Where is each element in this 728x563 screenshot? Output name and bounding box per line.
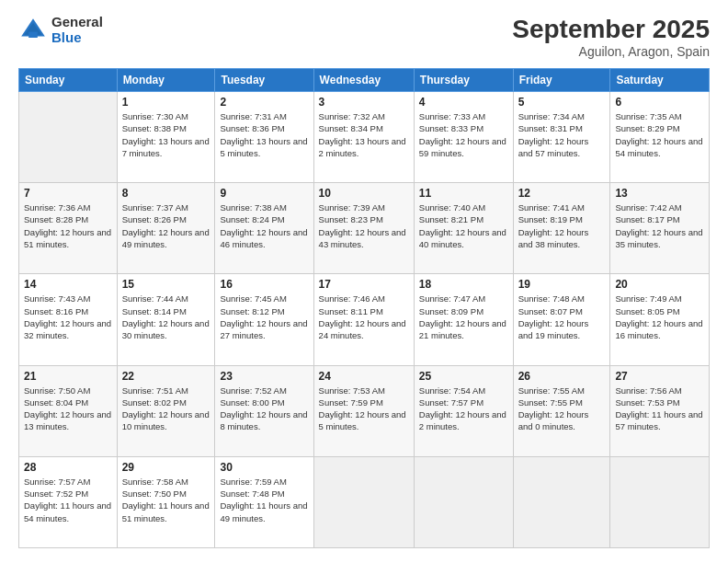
calendar-cell: 20Sunrise: 7:49 AMSunset: 8:05 PMDayligh… <box>610 274 710 365</box>
day-number: 7 <box>24 187 112 200</box>
day-info: Sunrise: 7:57 AMSunset: 7:52 PMDaylight:… <box>24 476 112 524</box>
calendar-cell: 12Sunrise: 7:41 AMSunset: 8:19 PMDayligh… <box>513 183 610 274</box>
calendar-cell: 2Sunrise: 7:31 AMSunset: 8:36 PMDaylight… <box>215 92 313 183</box>
calendar-cell: 23Sunrise: 7:52 AMSunset: 8:00 PMDayligh… <box>215 365 313 456</box>
day-number: 28 <box>24 461 112 474</box>
day-info: Sunrise: 7:38 AMSunset: 8:24 PMDaylight:… <box>220 201 308 250</box>
day-info: Sunrise: 7:31 AMSunset: 8:36 PMDaylight:… <box>220 110 308 159</box>
logo-text: General Blue <box>51 15 103 45</box>
calendar-cell: 1Sunrise: 7:30 AMSunset: 8:38 PMDaylight… <box>117 92 215 183</box>
day-number: 13 <box>615 187 704 200</box>
day-info: Sunrise: 7:50 AMSunset: 8:04 PMDaylight:… <box>24 385 112 433</box>
logo: General Blue <box>18 15 103 45</box>
day-info: Sunrise: 7:40 AMSunset: 8:21 PMDaylight:… <box>419 201 508 250</box>
calendar-cell: 26Sunrise: 7:55 AMSunset: 7:55 PMDayligh… <box>513 365 610 456</box>
calendar-cell: 8Sunrise: 7:37 AMSunset: 8:26 PMDaylight… <box>117 183 215 274</box>
day-info: Sunrise: 7:55 AMSunset: 7:55 PMDaylight:… <box>518 385 606 433</box>
day-info: Sunrise: 7:41 AMSunset: 8:19 PMDaylight:… <box>518 201 606 250</box>
calendar-cell: 22Sunrise: 7:51 AMSunset: 8:02 PMDayligh… <box>117 365 215 456</box>
day-info: Sunrise: 7:54 AMSunset: 7:57 PMDaylight:… <box>419 385 508 433</box>
day-info: Sunrise: 7:35 AMSunset: 8:29 PMDaylight:… <box>615 110 704 159</box>
day-number: 16 <box>220 278 308 291</box>
day-info: Sunrise: 7:44 AMSunset: 8:14 PMDaylight:… <box>122 293 210 341</box>
day-number: 20 <box>615 278 704 291</box>
logo-general: General <box>51 15 103 30</box>
calendar-cell: 15Sunrise: 7:44 AMSunset: 8:14 PMDayligh… <box>117 274 215 365</box>
calendar-cell: 16Sunrise: 7:45 AMSunset: 8:12 PMDayligh… <box>215 274 313 365</box>
day-number: 2 <box>220 96 308 109</box>
day-info: Sunrise: 7:30 AMSunset: 8:38 PMDaylight:… <box>122 110 210 159</box>
day-info: Sunrise: 7:43 AMSunset: 8:16 PMDaylight:… <box>24 293 112 341</box>
day-number: 29 <box>122 461 210 474</box>
title-block: September 2025 Aguilon, Aragon, Spain <box>512 15 710 59</box>
day-number: 27 <box>615 370 704 383</box>
day-number: 4 <box>419 96 508 109</box>
month-title: September 2025 <box>512 15 710 44</box>
day-number: 22 <box>122 370 210 383</box>
day-info: Sunrise: 7:58 AMSunset: 7:50 PMDaylight:… <box>122 476 210 524</box>
day-info: Sunrise: 7:32 AMSunset: 8:34 PMDaylight:… <box>319 110 409 159</box>
calendar-cell: 29Sunrise: 7:58 AMSunset: 7:50 PMDayligh… <box>117 456 215 547</box>
day-info: Sunrise: 7:52 AMSunset: 8:00 PMDaylight:… <box>220 385 308 433</box>
calendar-cell: 3Sunrise: 7:32 AMSunset: 8:34 PMDaylight… <box>313 92 414 183</box>
calendar-cell: 25Sunrise: 7:54 AMSunset: 7:57 PMDayligh… <box>414 365 513 456</box>
day-number: 30 <box>220 461 308 474</box>
calendar-cell: 27Sunrise: 7:56 AMSunset: 7:53 PMDayligh… <box>610 365 710 456</box>
calendar-cell: 18Sunrise: 7:47 AMSunset: 8:09 PMDayligh… <box>414 274 513 365</box>
calendar-cell: 17Sunrise: 7:46 AMSunset: 8:11 PMDayligh… <box>313 274 414 365</box>
header-tuesday: Tuesday <box>215 69 313 92</box>
day-info: Sunrise: 7:39 AMSunset: 8:23 PMDaylight:… <box>319 201 409 250</box>
day-info: Sunrise: 7:42 AMSunset: 8:17 PMDaylight:… <box>615 201 704 250</box>
calendar-cell: 24Sunrise: 7:53 AMSunset: 7:59 PMDayligh… <box>313 365 414 456</box>
calendar-cell: 9Sunrise: 7:38 AMSunset: 8:24 PMDaylight… <box>215 183 313 274</box>
week-row-4: 28Sunrise: 7:57 AMSunset: 7:52 PMDayligh… <box>19 456 710 547</box>
day-info: Sunrise: 7:37 AMSunset: 8:26 PMDaylight:… <box>122 201 210 250</box>
day-number: 19 <box>518 278 606 291</box>
day-info: Sunrise: 7:47 AMSunset: 8:09 PMDaylight:… <box>419 293 508 341</box>
day-info: Sunrise: 7:59 AMSunset: 7:48 PMDaylight:… <box>220 476 308 524</box>
week-row-2: 14Sunrise: 7:43 AMSunset: 8:16 PMDayligh… <box>19 274 710 365</box>
day-info: Sunrise: 7:51 AMSunset: 8:02 PMDaylight:… <box>122 385 210 433</box>
calendar-cell <box>19 92 118 183</box>
day-number: 21 <box>24 370 112 383</box>
header-saturday: Saturday <box>610 69 710 92</box>
day-info: Sunrise: 7:36 AMSunset: 8:28 PMDaylight:… <box>24 201 112 250</box>
calendar-cell <box>414 456 513 547</box>
day-number: 23 <box>220 370 308 383</box>
header-wednesday: Wednesday <box>313 69 414 92</box>
header-monday: Monday <box>117 69 215 92</box>
day-number: 8 <box>122 187 210 200</box>
day-number: 12 <box>518 187 606 200</box>
day-number: 9 <box>220 187 308 200</box>
logo-icon <box>18 16 48 45</box>
day-info: Sunrise: 7:45 AMSunset: 8:12 PMDaylight:… <box>220 293 308 341</box>
calendar-cell: 5Sunrise: 7:34 AMSunset: 8:31 PMDaylight… <box>513 92 610 183</box>
page: General Blue September 2025 Aguilon, Ara… <box>0 0 728 563</box>
header-row: Sunday Monday Tuesday Wednesday Thursday… <box>19 69 710 92</box>
week-row-3: 21Sunrise: 7:50 AMSunset: 8:04 PMDayligh… <box>19 365 710 456</box>
day-number: 1 <box>122 96 210 109</box>
calendar-cell: 28Sunrise: 7:57 AMSunset: 7:52 PMDayligh… <box>19 456 118 547</box>
calendar-cell: 30Sunrise: 7:59 AMSunset: 7:48 PMDayligh… <box>215 456 313 547</box>
day-number: 17 <box>319 278 409 291</box>
header-sunday: Sunday <box>19 69 118 92</box>
calendar-cell: 21Sunrise: 7:50 AMSunset: 8:04 PMDayligh… <box>19 365 118 456</box>
day-number: 15 <box>122 278 210 291</box>
day-number: 26 <box>518 370 606 383</box>
calendar-cell: 4Sunrise: 7:33 AMSunset: 8:33 PMDaylight… <box>414 92 513 183</box>
location: Aguilon, Aragon, Spain <box>512 44 710 59</box>
day-number: 6 <box>615 96 704 109</box>
day-info: Sunrise: 7:33 AMSunset: 8:33 PMDaylight:… <box>419 110 508 159</box>
header-friday: Friday <box>513 69 610 92</box>
calendar-table: Sunday Monday Tuesday Wednesday Thursday… <box>18 68 710 548</box>
day-info: Sunrise: 7:56 AMSunset: 7:53 PMDaylight:… <box>615 385 704 433</box>
header-thursday: Thursday <box>414 69 513 92</box>
calendar-cell: 6Sunrise: 7:35 AMSunset: 8:29 PMDaylight… <box>610 92 710 183</box>
day-info: Sunrise: 7:49 AMSunset: 8:05 PMDaylight:… <box>615 293 704 341</box>
calendar-cell: 11Sunrise: 7:40 AMSunset: 8:21 PMDayligh… <box>414 183 513 274</box>
calendar-cell <box>610 456 710 547</box>
day-info: Sunrise: 7:48 AMSunset: 8:07 PMDaylight:… <box>518 293 606 341</box>
day-number: 25 <box>419 370 508 383</box>
calendar-cell: 13Sunrise: 7:42 AMSunset: 8:17 PMDayligh… <box>610 183 710 274</box>
header: General Blue September 2025 Aguilon, Ara… <box>18 15 710 59</box>
